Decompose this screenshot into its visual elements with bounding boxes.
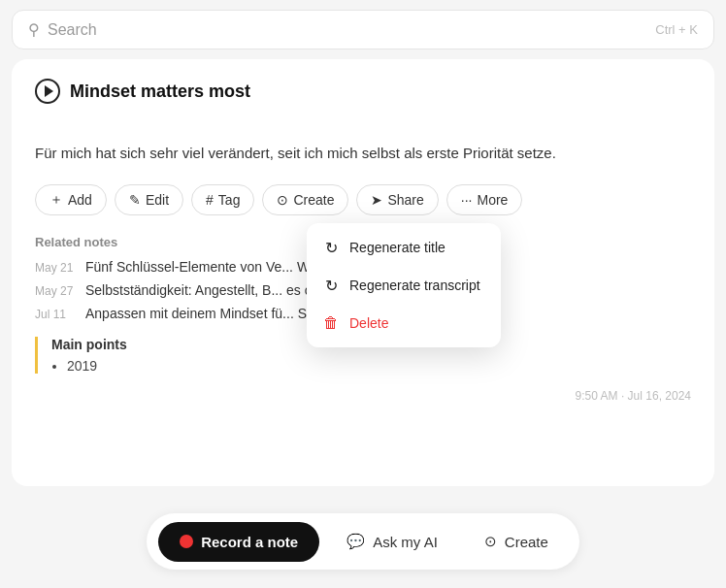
tag-label: Tag (218, 192, 241, 208)
title-row: Mindset matters most (35, 79, 691, 104)
search-placeholder: Search (48, 21, 647, 39)
create-bottom-button[interactable]: ⊙ Create (465, 521, 568, 562)
timestamp: 9:50 AM · Jul 16, 2024 (35, 389, 691, 403)
delete-label: Delete (349, 315, 388, 331)
action-buttons: ＋ Add ✎ Edit # Tag ⊙ Create ➤ Share ··· … (35, 184, 691, 215)
more-button[interactable]: ··· More (446, 184, 523, 215)
list-item: 2019 (67, 358, 691, 374)
bottom-inner: Record a note 💬 Ask my AI ⊙ Create (147, 513, 579, 570)
main-points-list: 2019 (51, 358, 691, 374)
play-button[interactable] (35, 79, 60, 104)
record-button[interactable]: Record a note (158, 522, 319, 562)
play-triangle-icon (45, 85, 53, 97)
ask-ai-icon: 💬 (346, 533, 365, 550)
create-label: Create (293, 192, 334, 208)
edit-icon: ✎ (129, 192, 141, 208)
main-card: Mindset matters most Für mich hat sich s… (12, 59, 714, 486)
share-label: Share (387, 192, 423, 208)
add-button[interactable]: ＋ Add (35, 184, 107, 215)
search-shortcut: Ctrl + K (655, 22, 698, 37)
card-title: Mindset matters most (70, 82, 250, 102)
note-date: Jul 11 (35, 308, 76, 321)
add-icon: ＋ (50, 191, 63, 209)
regenerate-transcript-icon: ↻ (322, 277, 340, 295)
note-date: May 27 (35, 284, 76, 298)
share-button[interactable]: ➤ Share (356, 184, 438, 215)
regenerate-title-icon: ↻ (322, 239, 340, 257)
create-icon: ⊙ (277, 192, 288, 208)
regenerate-title-label: Regenerate title (349, 240, 446, 255)
record-label: Record a note (201, 534, 298, 550)
tag-button[interactable]: # Tag (191, 184, 254, 215)
body-text: Für mich hat sich sehr viel verändert, s… (35, 143, 691, 165)
create-bottom-label: Create (505, 534, 548, 550)
bottom-bar: Record a note 💬 Ask my AI ⊙ Create (0, 495, 726, 588)
add-label: Add (68, 192, 92, 208)
regenerate-title-item[interactable]: ↻ Regenerate title (307, 229, 501, 267)
more-dropdown-menu: ↻ Regenerate title ↻ Regenerate transcri… (307, 223, 501, 347)
create-button[interactable]: ⊙ Create (262, 184, 348, 215)
record-dot-icon (180, 535, 193, 548)
search-icon: ⚲ (28, 20, 40, 39)
regenerate-transcript-item[interactable]: ↻ Regenerate transcript (307, 267, 501, 305)
edit-button[interactable]: ✎ Edit (115, 184, 183, 215)
delete-icon: 🗑 (322, 314, 340, 332)
create-bottom-icon: ⊙ (484, 533, 497, 550)
regenerate-transcript-label: Regenerate transcript (349, 278, 480, 293)
ask-ai-button[interactable]: 💬 Ask my AI (327, 521, 457, 562)
more-icon: ··· (461, 192, 473, 208)
search-bar[interactable]: ⚲ Search Ctrl + K (12, 10, 714, 49)
note-date: May 21 (35, 261, 76, 275)
share-icon: ➤ (371, 192, 382, 208)
delete-item[interactable]: 🗑 Delete (307, 305, 501, 342)
edit-label: Edit (146, 192, 169, 208)
tag-icon: # (206, 192, 214, 208)
more-label: More (477, 192, 508, 208)
ask-ai-label: Ask my AI (373, 534, 438, 550)
